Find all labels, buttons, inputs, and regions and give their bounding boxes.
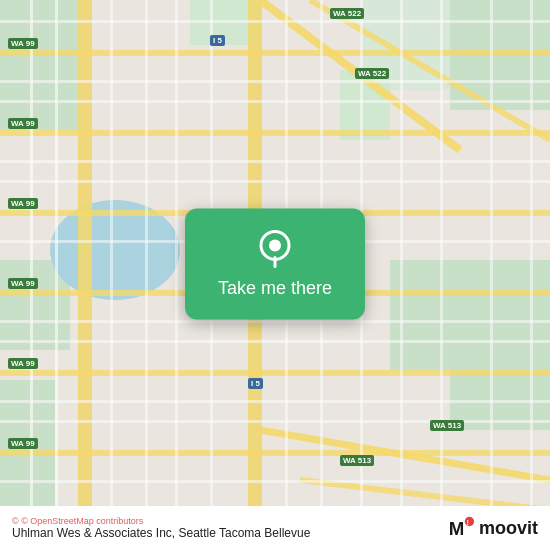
bottom-bar-left: © © OpenStreetMap contributors Uhlman We… xyxy=(12,516,310,540)
osm-credit: © © OpenStreetMap contributors xyxy=(12,516,310,526)
svg-rect-12 xyxy=(0,50,550,56)
route-label-wa513-2: WA 513 xyxy=(340,455,374,466)
bottom-bar: © © OpenStreetMap contributors Uhlman We… xyxy=(0,506,550,550)
map-container: WA 99 WA 99 WA 99 WA 99 WA 99 WA 99 I 5 … xyxy=(0,0,550,550)
osm-copyright-icon: © xyxy=(12,516,19,526)
svg-rect-43 xyxy=(0,400,550,403)
moovit-text: moovit xyxy=(479,518,538,539)
svg-rect-6 xyxy=(450,340,550,430)
route-label-i5-1: I 5 xyxy=(210,35,225,46)
svg-rect-39 xyxy=(0,180,550,183)
svg-rect-44 xyxy=(0,420,550,423)
osm-credit-text: © OpenStreetMap contributors xyxy=(21,516,143,526)
svg-rect-35 xyxy=(0,20,550,23)
pin-icon xyxy=(255,228,295,268)
svg-rect-16 xyxy=(0,370,550,376)
moovit-logo-icon: M ! xyxy=(447,514,475,542)
svg-rect-41 xyxy=(0,320,550,323)
route-label-wa99-5: WA 99 xyxy=(8,358,38,369)
svg-text:!: ! xyxy=(467,518,469,527)
svg-rect-45 xyxy=(0,480,550,483)
svg-rect-42 xyxy=(0,340,550,343)
svg-rect-13 xyxy=(0,130,550,136)
location-name: Uhlman Wes & Associates Inc, Seattle Tac… xyxy=(12,526,310,540)
route-label-wa522-1: WA 522 xyxy=(330,8,364,19)
svg-rect-37 xyxy=(0,100,550,103)
route-label-wa99-3: WA 99 xyxy=(8,198,38,209)
route-label-wa99-1: WA 99 xyxy=(8,38,38,49)
route-label-wa99-2: WA 99 xyxy=(8,118,38,129)
svg-rect-38 xyxy=(0,160,550,163)
svg-rect-17 xyxy=(0,450,550,456)
svg-rect-0 xyxy=(0,0,80,130)
route-label-wa99-4: WA 99 xyxy=(8,278,38,289)
svg-text:M: M xyxy=(449,518,465,539)
svg-point-48 xyxy=(269,239,281,251)
popup-card[interactable]: Take me there xyxy=(185,208,365,319)
take-me-there-button[interactable]: Take me there xyxy=(215,278,335,299)
route-label-wa513-1: WA 513 xyxy=(430,420,464,431)
svg-rect-36 xyxy=(0,80,550,83)
route-label-wa99-6: WA 99 xyxy=(8,438,38,449)
route-label-wa522-2: WA 522 xyxy=(355,68,389,79)
route-label-i5-3: I 5 xyxy=(248,378,263,389)
moovit-logo: M ! moovit xyxy=(447,514,538,542)
